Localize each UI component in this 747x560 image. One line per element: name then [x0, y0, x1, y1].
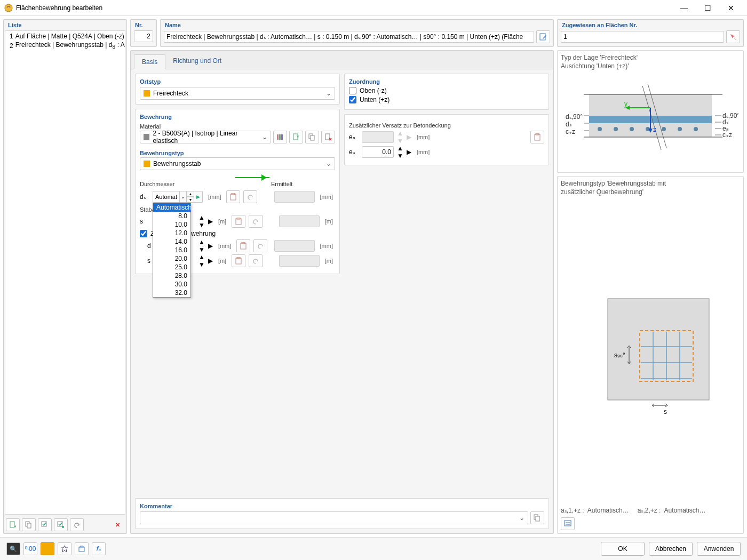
- kommentar-select[interactable]: ⌄: [140, 511, 528, 524]
- dropdown-option[interactable]: 20.0: [153, 254, 190, 263]
- undo-button[interactable]: [249, 215, 263, 228]
- list-check2-button[interactable]: [54, 518, 68, 531]
- apply-icon[interactable]: ▶: [208, 257, 213, 265]
- apply-icon[interactable]: ▶: [208, 218, 213, 225]
- units-button[interactable]: 0,00: [23, 542, 37, 555]
- dropdown-option[interactable]: 10.0: [153, 220, 190, 229]
- dropdown-option[interactable]: Automatisch…: [153, 203, 190, 212]
- list-item[interactable]: 1 Auf Fläche | Matte | Q524A | Oben (-z)…: [5, 32, 125, 41]
- svg-rect-61: [608, 299, 709, 400]
- material-select[interactable]: 2 - B500S(A) | Isotrop | Linear elastisc…: [140, 131, 271, 143]
- spin-up[interactable]: ▲: [198, 214, 205, 221]
- dropdown-option[interactable]: 12.0: [153, 229, 190, 237]
- apply-icon[interactable]: ▶: [407, 148, 411, 156]
- spin-down[interactable]: ▼: [187, 197, 194, 203]
- tool2-button[interactable]: [75, 542, 89, 555]
- clipboard-button[interactable]: [226, 190, 240, 203]
- name-edit-button[interactable]: [536, 30, 550, 43]
- spin-up[interactable]: ▲: [187, 191, 194, 197]
- spin-down[interactable]: ▼: [198, 261, 205, 268]
- svg-text:s₉₀°: s₉₀°: [614, 351, 625, 359]
- kommentar-label: Kommentar: [140, 503, 544, 509]
- chevron-down-icon: ⌄: [519, 514, 525, 522]
- tab-richtung[interactable]: Richtung und Ort: [165, 54, 229, 69]
- ok-button[interactable]: OK: [601, 542, 645, 556]
- zusatz-checkbox[interactable]: [140, 230, 147, 237]
- material-new-button[interactable]: *: [289, 131, 303, 143]
- section-preview-svg: y z dₛ,90° dₛ eᵦ c₊z dₛ,90° dₛ c₊z: [562, 78, 738, 164]
- unten-checkbox[interactable]: [349, 96, 356, 103]
- spin-down[interactable]: ▼: [198, 246, 205, 253]
- preview-settings-button[interactable]: [561, 517, 575, 530]
- name-input[interactable]: [164, 31, 534, 43]
- window-title: Flächenbewehrung bearbeiten: [16, 4, 102, 12]
- spin-down[interactable]: ▼: [397, 152, 403, 159]
- swatch-icon: [144, 161, 150, 167]
- help-button[interactable]: 🔍: [6, 542, 20, 555]
- ortstyp-select[interactable]: Freirechteck ⌄: [140, 87, 335, 100]
- spin-up[interactable]: ▲: [198, 238, 205, 246]
- spin-down[interactable]: ▼: [198, 221, 205, 229]
- assigned-input[interactable]: [561, 31, 724, 43]
- ds-input[interactable]: [153, 191, 179, 203]
- dropdown-option[interactable]: 8.0: [153, 212, 190, 220]
- undo-button[interactable]: [253, 239, 267, 252]
- material-copy-button[interactable]: [305, 131, 319, 143]
- list-new-button[interactable]: [6, 518, 20, 531]
- apply-icon[interactable]: ▶: [194, 191, 203, 203]
- dropdown-option[interactable]: 32.0: [153, 289, 190, 297]
- preview1-title: Typ der Lage 'Freirechteck'Ausrichtung '…: [561, 54, 740, 70]
- clipboard-button[interactable]: [232, 254, 245, 267]
- svg-rect-21: [242, 242, 245, 244]
- swatch-icon: [144, 90, 150, 97]
- color-button[interactable]: [41, 542, 54, 555]
- material-delete-button[interactable]: [321, 131, 335, 143]
- svg-point-34: [630, 127, 634, 131]
- minimize-button[interactable]: —: [672, 0, 696, 16]
- list-undo-button[interactable]: [70, 518, 84, 531]
- clipboard-button[interactable]: [232, 215, 245, 228]
- ortstyp-label: Ortstyp: [140, 78, 335, 85]
- spin-up[interactable]: ▲: [397, 145, 403, 152]
- dropdown-option[interactable]: 30.0: [153, 280, 190, 289]
- svg-rect-10: [281, 134, 283, 140]
- apply-icon[interactable]: ▶: [208, 242, 213, 250]
- fx-button[interactable]: fₓ: [92, 542, 106, 555]
- svg-text:s: s: [664, 408, 667, 415]
- clipboard-button[interactable]: [530, 131, 544, 143]
- list-delete-button[interactable]: ✕: [110, 518, 124, 531]
- chevron-down-icon[interactable]: ⌄: [179, 191, 187, 203]
- durchmesser-label: Durchmesser: [140, 181, 271, 187]
- bewehrungstyp-select[interactable]: Bewehrungsstab ⌄: [140, 157, 335, 170]
- list-check-button[interactable]: [38, 518, 52, 531]
- cancel-button[interactable]: Abbrechen: [649, 542, 693, 556]
- tool-button[interactable]: [58, 542, 71, 555]
- zuordnung-label: Zuordnung: [349, 78, 544, 85]
- list-body[interactable]: 1 Auf Fläche | Matte | Q524A | Oben (-z)…: [5, 30, 125, 515]
- clipboard-button[interactable]: [236, 239, 250, 252]
- close-button[interactable]: ✕: [719, 0, 743, 16]
- apply-button[interactable]: Anwenden: [697, 542, 741, 556]
- spin-up[interactable]: ▲: [198, 253, 205, 261]
- kommentar-copy-button[interactable]: [530, 511, 544, 524]
- ds-dropdown[interactable]: Automatisch… 8.0 10.0 12.0 14.0 16.0 20.…: [153, 203, 191, 298]
- oben-checkbox[interactable]: [349, 87, 356, 94]
- dropdown-option[interactable]: 28.0: [153, 271, 190, 280]
- list-copy-button[interactable]: [22, 518, 36, 531]
- assigned-pick-button[interactable]: [726, 30, 740, 43]
- svg-text:z: z: [653, 126, 656, 133]
- ermittelt-label: Ermittelt: [271, 181, 335, 187]
- undo-button[interactable]: [243, 190, 257, 203]
- plan-preview-svg: s₉₀° s: [576, 277, 725, 427]
- material-library-button[interactable]: [273, 131, 287, 143]
- list-item[interactable]: 2 Freirechteck | Bewehrungsstab | ds : A…: [5, 41, 125, 51]
- nr-input[interactable]: [134, 30, 153, 42]
- maximize-button[interactable]: ☐: [696, 0, 719, 16]
- undo-button[interactable]: [249, 254, 263, 267]
- tab-basis[interactable]: Basis: [134, 54, 165, 69]
- eu-input[interactable]: [362, 146, 394, 158]
- dropdown-option[interactable]: 16.0: [153, 246, 190, 254]
- dropdown-option[interactable]: 14.0: [153, 237, 190, 246]
- swatch-icon: [144, 134, 149, 140]
- dropdown-option[interactable]: 25.0: [153, 263, 190, 271]
